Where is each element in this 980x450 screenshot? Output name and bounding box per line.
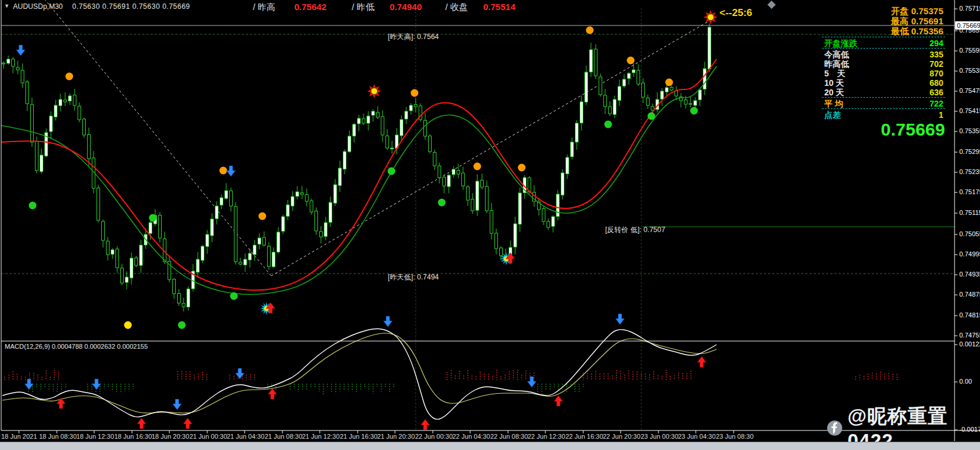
window-bottom-strip <box>0 442 980 450</box>
prev-high-label: / 昨高 <box>253 2 275 13</box>
time-tick: 18 Jun 2021 <box>1 433 37 440</box>
price-tick: 0.75355 <box>959 127 980 134</box>
counter-label: <--25:6 <box>719 7 752 19</box>
time-tick: 22 Jun 08:30 <box>490 433 528 440</box>
symbol-label: AUDUSDp,M30 <box>13 2 63 11</box>
info-value: 0.75691 <box>911 16 943 26</box>
price-tick: 0.75175 <box>959 188 980 195</box>
info-label: 最高 <box>891 16 911 26</box>
info-value: 680 <box>930 78 943 88</box>
info-value: 0.75356 <box>911 26 943 36</box>
price-tick: 0.74935 <box>959 271 980 278</box>
info-value: 335 <box>930 50 943 59</box>
prev-low-value: 0.74940 <box>390 2 422 12</box>
info-label: 最低 <box>891 26 911 36</box>
price-tick: 0.75415 <box>959 107 980 114</box>
price-tick: 0.75475 <box>959 87 980 94</box>
current-price-big: 0.75669 <box>822 120 947 140</box>
macd-axis-tick: 0.00 <box>959 378 972 385</box>
close-value: 0.75514 <box>483 2 515 12</box>
prev-high-value: 0.75642 <box>294 2 326 12</box>
time-tick: 18 Jun 08:30 <box>39 433 77 440</box>
quote-ohlc: 0.75630 0.75691 0.75630 0.75669 <box>72 2 190 11</box>
info-separator <box>822 97 945 98</box>
price-tick: 0.75115 <box>959 209 980 216</box>
info-row: 最低 0.75356 <box>822 26 943 37</box>
info-separator <box>822 108 945 109</box>
time-tick: 21 Jun 16:30 <box>340 433 378 440</box>
price-tick: 0.75055 <box>959 230 980 237</box>
watermark-logo-icon <box>827 419 843 437</box>
time-tick: 22 Jun 20:30 <box>603 433 641 440</box>
time-tick: 18 Jun 12:30 <box>76 433 114 440</box>
price-tick: 0.75715 <box>959 5 980 12</box>
time-tick: 18 Jun 16:30 <box>114 433 152 440</box>
time-tick: 21 Jun 20:30 <box>377 433 415 440</box>
info-value: 636 <box>930 88 943 97</box>
price-tick: 0.75595 <box>959 47 980 54</box>
price-tick: 0.75535 <box>959 67 980 74</box>
reversal-low-label: [反转价 低]: 0.7507 <box>605 225 665 235</box>
info-value: 722 <box>930 99 943 108</box>
prev-low-label: / 昨低 <box>352 2 374 13</box>
time-tick: 22 Jun 00:30 <box>415 433 453 440</box>
macd-axis-tick: 0.001229 <box>959 340 980 348</box>
price-tick: 0.75295 <box>959 148 980 155</box>
time-tick: 22 Jun 12:30 <box>528 433 565 440</box>
time-tick: 22 Jun 16:30 <box>565 433 603 440</box>
info-value: 702 <box>930 59 943 69</box>
price-tick: 0.74755 <box>959 332 980 339</box>
info-value: 870 <box>930 69 943 78</box>
price-tick: 0.74875 <box>959 291 980 298</box>
symbol-dropdown-icon[interactable]: ▼ <box>4 3 9 9</box>
time-tick: 21 Jun 04:30 <box>227 433 265 440</box>
current-price-axis-box: 0.75669 <box>955 21 980 30</box>
yesterday-low-label: [昨天低]: 0.7494 <box>388 272 439 282</box>
info-separator <box>822 48 945 49</box>
info-value: 1 <box>939 110 943 120</box>
info-label: 开盘 <box>891 6 911 16</box>
macd-indicator-label: MACD(12,26,9) 0.0004788 0.0002632 0.0002… <box>5 343 148 350</box>
price-tick: 0.74815 <box>959 311 980 319</box>
yesterday-high-label: [昨天高]: 0.7564 <box>388 32 439 42</box>
info-value: 0.75375 <box>911 6 943 16</box>
time-tick: 23 Jun 08:30 <box>716 433 754 440</box>
price-tick: 0.75235 <box>959 168 980 175</box>
time-tick: 23 Jun 00:30 <box>641 433 679 440</box>
time-tick: 21 Jun 12:30 <box>302 433 340 440</box>
info-separator <box>822 37 945 37</box>
time-tick: 23 Jun 04:30 <box>678 433 716 440</box>
time-tick: 18 Jun 20:30 <box>152 433 189 440</box>
price-tick: 0.74995 <box>959 250 980 258</box>
time-tick: 21 Jun 08:30 <box>265 433 303 440</box>
info-value: 294 <box>930 38 943 48</box>
time-tick: 21 Jun 00:30 <box>189 433 227 440</box>
close-label: / 收盘 <box>445 2 468 13</box>
time-tick: 22 Jun 04:30 <box>452 433 490 440</box>
